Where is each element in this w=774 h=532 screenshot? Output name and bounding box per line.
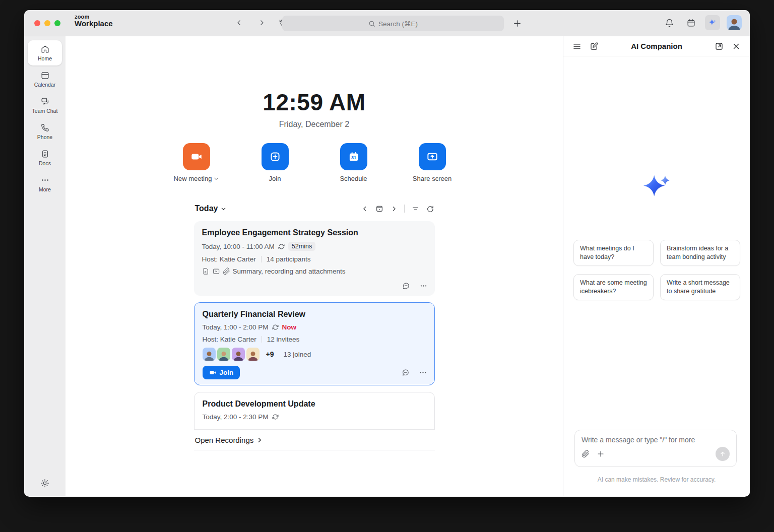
app-logo: zoom Workplace — [75, 14, 113, 28]
participant-avatar — [203, 348, 216, 361]
meeting-attachments: Summary, recording and attachments — [233, 268, 346, 275]
send-message-button[interactable] — [716, 447, 730, 461]
window-controls — [34, 20, 60, 26]
recurring-icon — [272, 324, 279, 330]
schedule-tile[interactable]: 31 — [340, 143, 367, 170]
recurring-icon — [272, 414, 279, 420]
next-day-button[interactable] — [391, 206, 397, 212]
sidebar-label: Home — [38, 55, 52, 61]
ai-suggestion-chip[interactable]: Brainstorm ideas for a team bonding acti… — [660, 240, 740, 266]
zoom-window-button[interactable] — [54, 20, 60, 26]
join-label: Join — [220, 369, 234, 376]
avatar-person-icon — [727, 17, 742, 30]
share-screen-tile[interactable] — [419, 143, 446, 170]
screen-share-up-icon — [426, 150, 439, 163]
new-meeting-button[interactable]: New meeting — [174, 143, 219, 182]
sidebar-label: Docs — [39, 160, 51, 166]
ai-companion-panel: AI Companion — [563, 36, 750, 496]
close-panel-button[interactable] — [732, 42, 741, 51]
ai-companion-toggle-button[interactable] — [705, 15, 720, 30]
more-options-button[interactable] — [419, 282, 428, 290]
sidebar-item-calendar[interactable]: Calendar — [28, 66, 62, 92]
join-meeting-button[interactable]: Join — [203, 366, 240, 379]
sidebar-item-phone[interactable]: Phone — [28, 119, 62, 144]
forward-button[interactable] — [255, 16, 268, 29]
meeting-host: Host: Katie Carter — [203, 336, 256, 343]
chat-action-button[interactable] — [401, 368, 410, 377]
avatar-person-icon — [217, 350, 230, 361]
new-chat-button[interactable] — [590, 42, 599, 51]
gear-icon — [40, 478, 50, 488]
ai-sparkle-logo-icon — [641, 171, 672, 203]
attach-file-button[interactable] — [582, 450, 590, 458]
avatar-person-icon — [246, 350, 260, 361]
calendar-picker-button[interactable] — [375, 205, 383, 213]
settings-button[interactable] — [40, 478, 50, 488]
participant-avatar — [217, 348, 230, 361]
ai-companion-logo — [641, 171, 672, 203]
share-screen-button[interactable]: Share screen — [410, 143, 455, 182]
recording-icon — [212, 268, 220, 275]
search-input[interactable]: Search (⌘E) — [282, 16, 504, 31]
prev-day-button[interactable] — [362, 206, 368, 212]
arrow-up-icon — [719, 450, 726, 457]
chat-action-button[interactable] — [402, 282, 410, 290]
new-meeting-tile[interactable] — [183, 143, 210, 170]
meeting-card-employee-engagement[interactable]: Employee Engagement Strategy Session Tod… — [194, 221, 435, 296]
search-icon — [368, 20, 375, 27]
open-recordings-link[interactable]: Open Recordings — [194, 429, 435, 450]
quick-actions: New meeting Join — [174, 143, 455, 182]
notifications-button[interactable] — [662, 15, 677, 30]
participant-avatars — [203, 348, 260, 361]
refresh-button[interactable] — [426, 205, 434, 213]
sidebar-item-team-chat[interactable]: Team Chat — [28, 93, 62, 118]
participant-avatar — [246, 348, 260, 361]
meeting-card-quarterly-financial-review[interactable]: Quarterly Financial Review Today, 1:00 -… — [194, 302, 435, 385]
avatar-overflow-count: +9 — [266, 350, 274, 358]
close-window-button[interactable] — [34, 20, 40, 26]
sidebar-item-more[interactable]: More — [28, 171, 62, 196]
chat-bubbles-icon — [40, 97, 50, 106]
ai-panel-header: AI Companion — [563, 36, 750, 56]
meeting-participants: 14 participants — [267, 255, 311, 263]
ai-suggestion-chip[interactable]: What meetings do I have today? — [573, 240, 654, 266]
bell-icon — [665, 18, 674, 28]
ai-message-composer — [574, 430, 737, 467]
add-content-button[interactable] — [597, 450, 605, 458]
desktop-background: zoom Workplace Search (⌘E) — [0, 0, 774, 532]
date-filter-label: Today — [195, 204, 218, 213]
titlebar-right — [662, 15, 742, 30]
action-label: Share screen — [413, 175, 452, 182]
sidebar-item-home[interactable]: Home — [28, 40, 62, 65]
ai-message-input[interactable] — [582, 436, 730, 444]
new-tab-button[interactable] — [510, 17, 524, 30]
meeting-time: Today, 10:00 - 11:00 AM — [202, 243, 275, 250]
filter-button[interactable] — [412, 205, 419, 213]
schedule-button[interactable]: 31 Schedule — [331, 143, 376, 182]
meeting-participants: 12 invitees — [267, 336, 300, 343]
sidebar-label: Team Chat — [32, 108, 58, 114]
minimize-window-button[interactable] — [44, 20, 50, 26]
date: Friday, December 2 — [279, 120, 349, 129]
plus-icon — [513, 19, 522, 28]
ai-suggestion-chip[interactable]: What are some meeting icebreakers? — [573, 274, 654, 300]
meetings-list: Today — [194, 197, 435, 450]
join-button[interactable]: Join — [252, 143, 298, 182]
join-tile[interactable] — [262, 143, 289, 170]
meeting-card-product-development-update[interactable]: Product Development Update Today, 2:00 -… — [194, 392, 435, 429]
menu-button[interactable] — [572, 42, 582, 51]
pop-out-button[interactable] — [715, 42, 724, 51]
more-options-button[interactable] — [419, 368, 427, 377]
duration-badge: 52mins — [288, 242, 315, 251]
sidebar-item-docs[interactable]: Docs — [28, 145, 62, 170]
back-button[interactable] — [233, 16, 246, 29]
ai-suggestion-chip[interactable]: Write a short message to share gratitude — [660, 274, 740, 300]
calendar-31-icon: 31 — [347, 150, 360, 163]
ai-sparkle-icon — [708, 18, 717, 27]
date-filter-dropdown[interactable]: Today — [195, 204, 227, 213]
calendar-shortcut-button[interactable] — [683, 15, 698, 30]
sidebar-label: Calendar — [34, 82, 56, 88]
joined-count: 13 joined — [283, 351, 311, 358]
user-avatar[interactable] — [727, 15, 742, 30]
meeting-cards: Employee Engagement Strategy Session Tod… — [194, 220, 435, 429]
